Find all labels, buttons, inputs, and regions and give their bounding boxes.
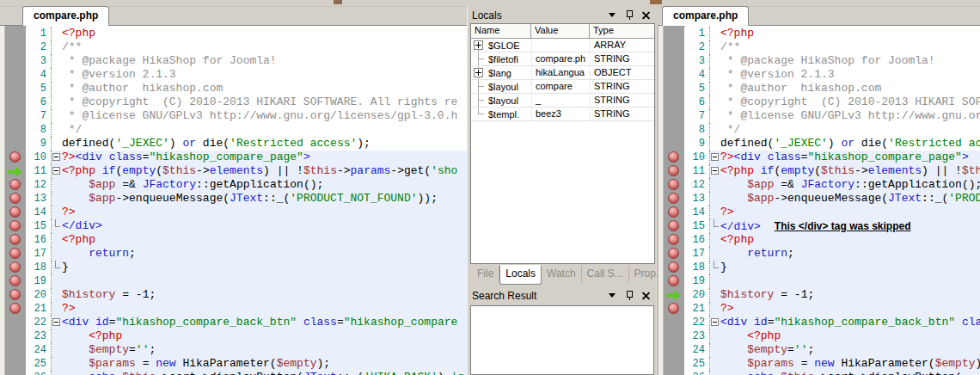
locals-row[interactable]: $GLOEARRAY — [471, 39, 654, 52]
code-line[interactable]: 21?> — [0, 302, 467, 316]
code-line[interactable]: 9defined('_JEXEC') or die('Restricted ac… — [0, 137, 467, 151]
code-line[interactable]: 7 * @license GNU/GPLv3 http://www.gnu.or… — [0, 109, 467, 123]
gutter-cell[interactable] — [5, 233, 26, 247]
gutter-cell[interactable] — [664, 164, 684, 178]
breakpoint-icon[interactable] — [668, 206, 679, 218]
dock-tab-calls[interactable]: Call S... — [582, 266, 629, 282]
code-line[interactable]: 20$history = -1; — [658, 288, 980, 302]
tab-compare-php-right[interactable]: compare.php — [662, 6, 749, 26]
gutter-cell[interactable] — [664, 137, 684, 151]
gutter-cell[interactable] — [5, 329, 26, 343]
breakpoint-icon[interactable] — [668, 151, 679, 163]
code-line[interactable]: 5 * @author hikashop.com — [658, 82, 980, 95]
breakpoint-icon[interactable] — [9, 248, 21, 259]
breakpoint-icon[interactable] — [668, 303, 679, 314]
code-line[interactable]: 19 — [658, 274, 980, 288]
gutter-cell[interactable] — [664, 288, 684, 302]
gutter-cell[interactable] — [664, 302, 684, 316]
gutter-cell[interactable] — [664, 68, 684, 82]
gutter-cell[interactable] — [5, 261, 26, 274]
gutter-cell[interactable] — [5, 178, 26, 192]
code-line[interactable]: 6 * @copyright (C) 2010-2013 HIKARI SOFT… — [0, 95, 467, 109]
code-line[interactable]: 20$history = -1; — [0, 288, 467, 302]
breakpoint-icon[interactable] — [9, 206, 21, 218]
gutter-cell[interactable] — [5, 137, 26, 151]
gutter-cell[interactable] — [5, 27, 26, 40]
code-line[interactable]: 16<?php — [0, 233, 467, 247]
gutter-cell[interactable] — [5, 164, 26, 178]
code-line[interactable]: 14?> — [0, 206, 467, 219]
gutter-cell[interactable] — [664, 123, 684, 137]
fold-collapse-icon[interactable] — [711, 318, 719, 326]
gutter-cell[interactable] — [5, 54, 26, 68]
code-line[interactable]: 25 $params = new HikaParameter($empty); — [0, 357, 467, 371]
right-code-editor[interactable]: 1<?php2/**3 * @package HikaShop for Joom… — [658, 25, 980, 375]
breakpoint-icon[interactable] — [668, 165, 679, 176]
gutter-cell[interactable] — [664, 371, 684, 375]
pin-icon[interactable] — [622, 9, 636, 22]
code-line[interactable]: 1<?php — [0, 27, 467, 40]
breakpoint-icon[interactable] — [9, 234, 21, 245]
gutter-cell[interactable] — [664, 54, 684, 68]
column-header-type[interactable]: Type — [590, 24, 654, 38]
breakpoint-icon[interactable] — [9, 193, 21, 204]
gutter-cell[interactable] — [5, 82, 26, 95]
code-line[interactable]: 5 * @author hikashop.com — [0, 82, 467, 95]
close-icon[interactable] — [639, 9, 653, 22]
locals-table[interactable]: Name Value Type $GLOEARRAY$filetoficompa… — [470, 23, 655, 264]
breakpoint-icon[interactable] — [668, 261, 679, 273]
code-line[interactable]: 6 * @copyright (C) 2010-2013 HIKARI SOF — [658, 95, 980, 109]
code-line[interactable]: 17 return; — [0, 247, 467, 261]
pin-icon[interactable] — [622, 289, 636, 302]
code-line[interactable]: 18} — [658, 261, 980, 274]
gutter-cell[interactable] — [664, 82, 684, 95]
gutter-cell[interactable] — [664, 233, 684, 247]
gutter-cell[interactable] — [664, 219, 684, 233]
gutter-cell[interactable] — [664, 109, 684, 123]
search-results-box[interactable] — [470, 305, 654, 375]
gutter-cell[interactable] — [5, 288, 26, 302]
gutter-cell[interactable] — [664, 192, 684, 206]
chevron-down-icon[interactable] — [604, 9, 619, 22]
gutter-cell[interactable] — [5, 316, 26, 329]
code-line[interactable]: 23 <?php — [658, 329, 980, 343]
code-line[interactable]: 25 $params = new HikaParameter($empty); — [658, 357, 980, 371]
code-line[interactable]: 24 $empty=''; — [658, 343, 980, 357]
code-line[interactable]: 26 echo $this->cart->displayButton(JText… — [0, 371, 467, 375]
code-line[interactable]: 11<?php if(empty($this->elements) || !$t… — [0, 164, 467, 178]
fold-collapse-icon[interactable] — [52, 153, 60, 161]
left-code-editor[interactable]: 1<?php2/**3 * @package HikaShop for Joom… — [0, 25, 467, 375]
code-line[interactable]: 10?><div class="hikashop_compare_page"> — [0, 151, 467, 164]
code-line[interactable]: 11<?php if(empty($this->elements) || !$t… — [658, 164, 980, 178]
gutter-cell[interactable] — [5, 109, 26, 123]
code-line[interactable]: 13 $app->enqueueMessage(JText::_('PRODU — [658, 192, 980, 206]
code-line[interactable]: 12 $app =& JFactory::getApplication(); — [0, 178, 467, 192]
breakpoint-icon[interactable] — [9, 179, 21, 190]
code-line[interactable]: 17 return; — [658, 247, 980, 261]
gutter-cell[interactable] — [664, 178, 684, 192]
breakpoint-icon[interactable] — [9, 261, 21, 273]
gutter-cell[interactable] — [664, 27, 684, 40]
fold-collapse-icon[interactable] — [711, 153, 719, 161]
gutter-cell[interactable] — [5, 302, 26, 316]
gutter-cell[interactable] — [5, 192, 26, 206]
gutter-cell[interactable] — [664, 95, 684, 109]
gutter-cell[interactable] — [664, 357, 684, 371]
code-line[interactable]: 4 * @version 2.1.3 — [658, 68, 980, 82]
fold-collapse-icon[interactable] — [52, 318, 60, 326]
gutter-cell[interactable] — [5, 123, 26, 137]
gutter-cell[interactable] — [5, 371, 26, 375]
gutter-cell[interactable] — [664, 247, 684, 261]
gutter-cell[interactable] — [5, 357, 26, 371]
code-line[interactable]: 8 */ — [658, 123, 980, 137]
code-line[interactable]: 2/** — [0, 40, 467, 54]
code-line[interactable]: 26 echo $this->cart->displayButton( — [658, 371, 980, 375]
expand-icon[interactable] — [471, 39, 487, 52]
chevron-down-icon[interactable] — [604, 289, 619, 302]
gutter-cell[interactable] — [5, 151, 26, 164]
code-line[interactable]: 9defined('_JEXEC') or die('Restricted ac — [658, 137, 980, 151]
fold-collapse-icon[interactable] — [52, 167, 60, 175]
column-header-value[interactable]: Value — [531, 24, 590, 38]
gutter-cell[interactable] — [5, 206, 26, 219]
code-line[interactable]: 13 $app->enqueueMessage(JText::_('PRODUC… — [0, 192, 467, 206]
